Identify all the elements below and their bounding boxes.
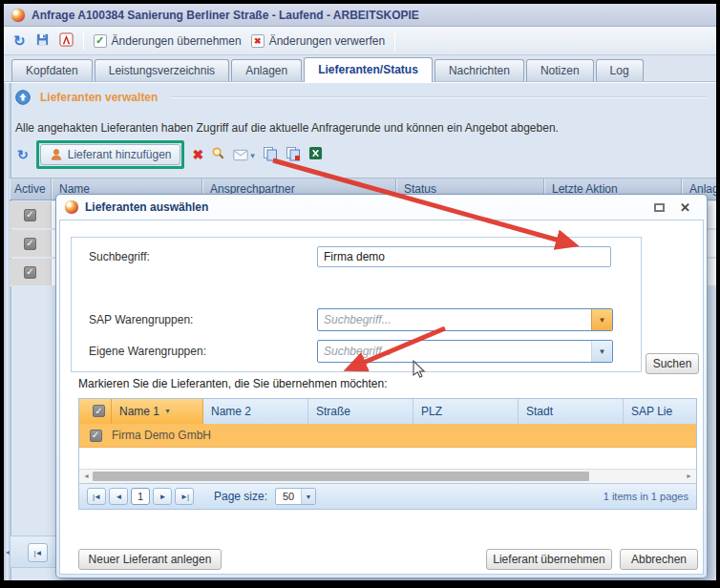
person-icon: [50, 148, 63, 161]
active-cell: [10, 259, 52, 285]
col-stadt[interactable]: Stadt: [519, 399, 624, 424]
add-supplier-label: Lieferant hinzufügen: [68, 148, 172, 161]
mail-caret-icon: [250, 148, 255, 161]
copy-suppliers-icon[interactable]: [263, 146, 278, 164]
apply-changes-label: Änderungen übernehmen: [112, 34, 242, 48]
tab-log[interactable]: Log: [596, 59, 644, 81]
discard-changes-button[interactable]: Änderungen verwerfen: [251, 34, 385, 48]
tab-leistungsverzeichnis[interactable]: Leistungsverzeichnis: [95, 59, 229, 81]
supplier-toolbar: Lieferant hinzufügen: [10, 138, 323, 171]
col-sap-lieferant[interactable]: SAP Lie: [624, 399, 696, 424]
search-term-input[interactable]: [317, 246, 611, 267]
tab-notizen[interactable]: Notizen: [526, 59, 594, 81]
own-groups-label: Eigene Warengruppen:: [89, 345, 206, 358]
tab-anlagen[interactable]: Anlagen: [231, 59, 302, 81]
prev-page-button[interactable]: [109, 488, 128, 505]
window-titlebar: Anfrage A100384 Sanierung Berliner Straß…: [4, 4, 716, 27]
delete-supplier-icon[interactable]: [192, 147, 203, 162]
mark-suppliers-text: Markieren Sie die Lieferanten, die Sie ü…: [78, 377, 388, 390]
send-mail-dropdown[interactable]: [233, 148, 255, 161]
collapse-section-icon[interactable]: [15, 90, 31, 105]
select-all-cell: [79, 399, 112, 424]
row-checkbox[interactable]: [90, 430, 102, 442]
search-icon[interactable]: [211, 146, 225, 163]
active-checkbox[interactable]: [24, 266, 36, 279]
search-button[interactable]: Suchen: [646, 353, 699, 374]
pager-summary: 1 items in 1 pages: [604, 491, 688, 502]
page-size-label: Page size:: [214, 490, 267, 503]
tab-nachrichten[interactable]: Nachrichten: [434, 59, 524, 81]
tab-lieferanten-status[interactable]: Lieferanten/Status: [304, 57, 433, 82]
col-plz[interactable]: PLZ: [413, 399, 519, 424]
supplier-info-text: Alle angehakten Lieferanten haben Zugrif…: [15, 121, 559, 135]
col-name1[interactable]: Name 1: [112, 399, 203, 424]
col-strasse[interactable]: Straße: [308, 399, 413, 424]
app-logo-icon: [11, 9, 25, 22]
own-groups-combobox[interactable]: [317, 340, 613, 363]
page-size-value: 50: [276, 489, 301, 504]
take-supplier-button[interactable]: Lieferant übernehmen: [486, 549, 612, 570]
section-title: Lieferanten verwalten: [40, 91, 158, 104]
last-page-button[interactable]: [175, 488, 194, 505]
current-page-box[interactable]: 1: [131, 488, 150, 505]
refresh-icon[interactable]: [13, 32, 26, 50]
toolbar-separator: [83, 32, 84, 51]
tab-strip: Kopfdaten Leistungsverzeichnis Anlagen L…: [4, 55, 716, 82]
active-checkbox[interactable]: [24, 238, 36, 250]
dialog-logo-icon: [65, 200, 78, 214]
apply-changes-button[interactable]: Änderungen übernehmen: [94, 34, 242, 48]
dialog-titlebar: Lieferanten auswählen ✕: [59, 195, 704, 220]
search-term-label: Suchbegriff:: [89, 250, 150, 263]
row-name1: Firma Demo GmbH: [112, 429, 211, 442]
col-name2[interactable]: Name 2: [203, 399, 308, 424]
own-groups-dropdown-icon[interactable]: [591, 341, 612, 362]
new-supplier-button[interactable]: Neuer Lieferant anlegen: [78, 549, 222, 570]
annotation-highlight-box: Lieferant hinzufügen: [36, 140, 185, 169]
supplier-select-table: Name 1 Name 2 Straße PLZ Stadt SAP Lie F…: [78, 398, 697, 510]
section-header: Lieferanten verwalten: [15, 89, 707, 106]
first-page-button[interactable]: [87, 488, 106, 505]
sap-groups-dropdown-icon[interactable]: [591, 309, 612, 330]
first-page-button[interactable]: [28, 543, 48, 562]
page-size-dropdown-icon[interactable]: [301, 489, 315, 504]
cancel-button[interactable]: Abbrechen: [620, 549, 698, 570]
supplier-table-pager: [10, 536, 56, 568]
select-all-checkbox[interactable]: [93, 405, 105, 417]
horizontal-scrollbar[interactable]: ◄ ►: [79, 469, 696, 483]
section-divider: [171, 96, 707, 98]
select-suppliers-dialog: Lieferanten auswählen ✕ Suchbegriff: SAP…: [55, 194, 708, 578]
scrollbar-thumb[interactable]: [93, 472, 589, 481]
copy-with-status-icon[interactable]: [286, 146, 301, 164]
window-title: Anfrage A100384 Sanierung Berliner Straß…: [32, 9, 419, 22]
mail-icon: [233, 149, 248, 161]
sap-groups-input[interactable]: [318, 309, 591, 330]
scroll-left-icon[interactable]: ◄: [83, 472, 90, 479]
apply-check-icon: [94, 34, 107, 48]
active-checkbox[interactable]: [24, 209, 36, 221]
refresh-suppliers-icon[interactable]: [17, 147, 29, 162]
active-cell: [10, 230, 52, 257]
close-icon[interactable]: ✕: [680, 200, 690, 215]
maximize-icon[interactable]: [654, 203, 665, 212]
col-active[interactable]: Active: [10, 178, 52, 200]
discard-x-icon: [251, 34, 265, 48]
empty-row: [79, 448, 696, 469]
own-groups-input[interactable]: [318, 341, 591, 362]
main-toolbar: Änderungen übernehmen Änderungen verwerf…: [4, 27, 716, 55]
tab-kopfdaten[interactable]: Kopfdaten: [11, 59, 93, 81]
app-window: Anfrage A100384 Sanierung Berliner Straß…: [4, 4, 716, 580]
scroll-right-icon[interactable]: ►: [686, 472, 692, 479]
sap-groups-combobox[interactable]: [317, 308, 613, 331]
excel-export-icon[interactable]: [308, 146, 323, 163]
table-pager: 1 Page size: 50 1 items in 1 pages: [79, 483, 696, 509]
screenshot-frame: Anfrage A100384 Sanierung Berliner Straß…: [0, 0, 720, 588]
pdf-export-icon[interactable]: [59, 32, 74, 50]
save-icon[interactable]: [35, 32, 50, 50]
next-page-button[interactable]: [153, 488, 172, 505]
active-cell: [10, 201, 52, 228]
page-size-select[interactable]: 50: [275, 488, 316, 505]
dialog-title: Lieferanten auswählen: [85, 200, 208, 214]
supplier-result-row[interactable]: Firma Demo GmbH: [79, 424, 696, 448]
add-supplier-button[interactable]: Lieferant hinzufügen: [40, 144, 181, 165]
toolbar-separator: [394, 32, 395, 51]
